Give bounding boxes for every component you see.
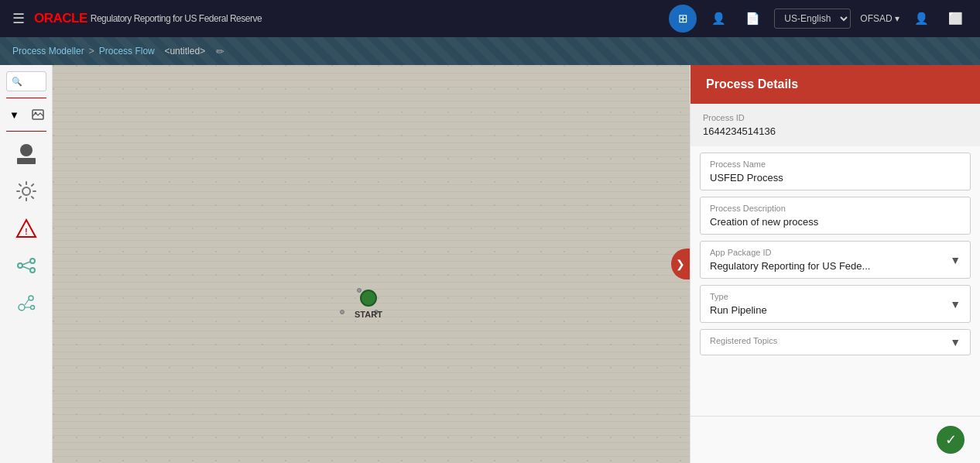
process-description-group[interactable]: Process Description Creation of new proc… — [700, 197, 971, 235]
toggle-panel-button[interactable]: ❯ — [671, 249, 690, 280]
user-badge[interactable]: OFSAD ▾ — [860, 13, 899, 24]
type-label: Type — [710, 292, 950, 301]
svg-text:!: ! — [25, 228, 27, 236]
start-node-label: START — [355, 310, 382, 319]
type-content: Type Run Pipeline — [710, 292, 950, 316]
start-node[interactable]: START — [355, 290, 382, 319]
breadcrumb-root[interactable]: Process Modeller — [12, 46, 84, 57]
app-package-id-value: Regulatory Reporting for US Fede... — [710, 260, 950, 272]
sidebar-item-person-task[interactable] — [10, 138, 43, 170]
registered-topics-dropdown-arrow[interactable]: ▼ — [950, 336, 961, 348]
start-node-circle — [360, 290, 377, 307]
camera-icon[interactable]: ⬜ — [943, 6, 968, 31]
hamburger-menu-icon[interactable]: ☰ — [12, 10, 25, 27]
registered-topics-label: Registered Topics — [710, 336, 950, 345]
document-icon[interactable]: 📄 — [740, 6, 765, 31]
person-icon[interactable]: 👤 — [706, 6, 731, 31]
app-package-id-dropdown-arrow[interactable]: ▼ — [950, 254, 961, 266]
sidebar-item-warning[interactable]: ! — [10, 212, 43, 245]
svg-point-4 — [30, 259, 35, 263]
main-content: 🔍 ▼ ! — [0, 65, 980, 463]
sidebar-item-cog-link[interactable] — [10, 286, 43, 319]
language-selector[interactable]: US-English — [774, 9, 851, 29]
tool-row: ▼ — [5, 105, 48, 125]
panel-title: Process Details — [706, 77, 798, 91]
breadcrumb-bar: Process Modeller > Process Flow <untitle… — [0, 37, 980, 65]
svg-line-7 — [22, 266, 30, 269]
process-name-group[interactable]: Process Name USFED Process — [700, 153, 971, 190]
edit-icon[interactable]: ✏ — [216, 46, 224, 57]
type-dropdown-arrow[interactable]: ▼ — [950, 298, 961, 310]
svg-line-6 — [22, 262, 30, 265]
process-description-value: Creation of new process — [710, 216, 961, 228]
breadcrumb-separator: > — [89, 46, 94, 57]
panel-footer: ✓ — [690, 416, 980, 463]
process-id-section: Process ID 1644234514136 — [690, 104, 980, 146]
registered-topics-content: Registered Topics — [710, 336, 950, 348]
app-package-id-group[interactable]: App Package ID Regulatory Reporting for … — [700, 241, 971, 279]
search-icon: 🔍 — [12, 77, 22, 87]
confirm-check-icon: ✓ — [945, 431, 957, 448]
svg-point-10 — [30, 306, 34, 310]
sidebar-item-gear[interactable] — [10, 175, 43, 207]
type-group[interactable]: Type Run Pipeline ▼ — [700, 285, 971, 323]
user-circle-icon[interactable]: 👤 — [909, 6, 934, 31]
oracle-text: ORACLE — [34, 11, 87, 26]
svg-point-9 — [29, 296, 33, 300]
process-description-label: Process Description — [710, 204, 961, 213]
top-navigation: ☰ ORACLE Regulatory Reporting for US Fed… — [0, 0, 980, 37]
confirm-button[interactable]: ✓ — [937, 426, 965, 454]
panel-header: Process Details — [690, 65, 980, 104]
sidebar-divider-mid — [6, 131, 46, 132]
svg-point-8 — [19, 304, 25, 310]
untitled-label: <untitled> — [159, 46, 205, 57]
registered-topics-group[interactable]: Registered Topics ▼ — [700, 329, 971, 355]
canvas-area[interactable]: ❯ START — [53, 65, 690, 463]
process-name-label: Process Name — [710, 159, 961, 169]
left-sidebar: 🔍 ▼ ! — [0, 65, 53, 463]
grid-icon[interactable]: ⊞ — [669, 5, 697, 33]
app-package-id-content: App Package ID Regulatory Reporting for … — [710, 248, 950, 272]
process-id-value: 1644234514136 — [703, 125, 968, 137]
sidebar-item-flow[interactable] — [10, 249, 43, 282]
process-id-label: Process ID — [703, 113, 968, 122]
svg-point-5 — [30, 268, 35, 273]
svg-point-3 — [18, 263, 22, 268]
search-box[interactable]: 🔍 — [6, 71, 46, 91]
panel-body: Process ID 1644234514136 Process Name US… — [690, 104, 980, 416]
type-value: Run Pipeline — [710, 304, 950, 316]
person-circle-shape — [20, 144, 33, 156]
svg-point-1 — [34, 112, 36, 115]
breadcrumb-current: Process Flow — [99, 46, 155, 57]
image-tool[interactable] — [28, 105, 48, 125]
svg-line-11 — [25, 300, 29, 305]
arrow-down-tool[interactable]: ▼ — [5, 105, 25, 125]
sidebar-divider-top — [6, 98, 46, 98]
right-panel: Process Details Process ID 1644234514136… — [690, 65, 980, 463]
oracle-logo: ORACLE Regulatory Reporting for US Feder… — [34, 11, 262, 26]
app-package-id-label: App Package ID — [710, 248, 950, 257]
app-title: Regulatory Reporting for US Federal Rese… — [91, 13, 262, 24]
process-name-value: USFED Process — [710, 172, 961, 183]
person-rect-shape — [17, 158, 36, 164]
